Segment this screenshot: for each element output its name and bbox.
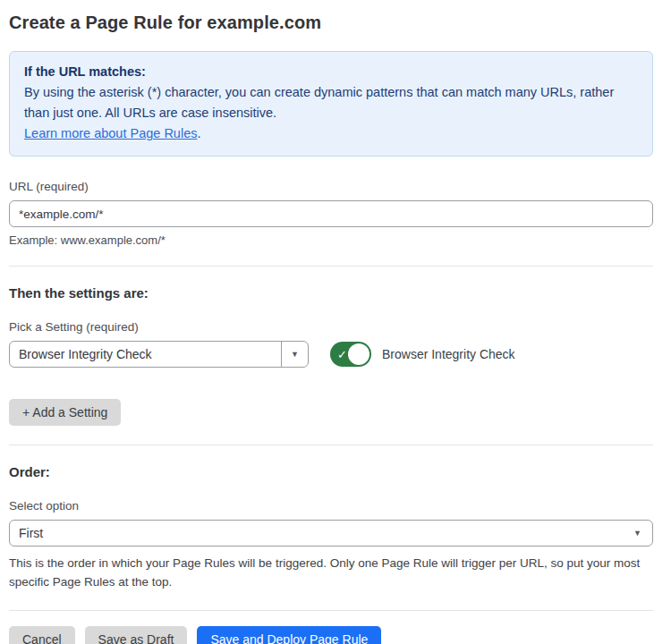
setting-picker-select[interactable]: Browser Integrity Check ▼	[9, 341, 309, 368]
toggle-knob	[348, 343, 369, 365]
info-callout-heading: If the URL matches:	[24, 62, 638, 82]
setting-picker-label: Pick a Setting (required)	[9, 320, 653, 334]
browser-integrity-toggle[interactable]: ✓	[330, 342, 371, 367]
footer-button-row: Cancel Save as Draft Save and Deploy Pag…	[9, 626, 653, 644]
chevron-down-icon: ▼	[633, 530, 641, 538]
setting-picker-caret-button[interactable]: ▼	[281, 342, 308, 367]
setting-picker-value: Browser Integrity Check	[10, 347, 281, 361]
url-field-label: URL (required)	[9, 180, 653, 193]
check-icon: ✓	[337, 349, 347, 360]
setting-toggle-group: ✓ Browser Integrity Check	[330, 342, 515, 367]
url-match-info-callout: If the URL matches: By using the asteris…	[9, 51, 653, 157]
learn-more-link[interactable]: Learn more about Page Rules	[24, 126, 197, 140]
order-select[interactable]: First ▼	[9, 520, 653, 547]
setting-row: Browser Integrity Check ▼ ✓ Browser Inte…	[9, 341, 653, 368]
info-callout-body: By using the asterisk (*) character, you…	[24, 82, 638, 123]
page-title: Create a Page Rule for example.com	[9, 13, 653, 33]
cancel-button[interactable]: Cancel	[9, 626, 75, 644]
page-rule-form: Create a Page Rule for example.com If th…	[0, 0, 671, 644]
url-field-helper: Example: www.example.com/*	[9, 233, 653, 247]
section-divider	[9, 266, 653, 267]
footer-divider	[9, 610, 653, 611]
toggle-setting-label: Browser Integrity Check	[382, 347, 515, 361]
save-and-deploy-button[interactable]: Save and Deploy Page Rule	[197, 626, 381, 644]
info-callout-link-row: Learn more about Page Rules.	[24, 123, 638, 144]
section-divider	[9, 445, 653, 445]
link-suffix: .	[197, 126, 200, 140]
add-setting-button[interactable]: + Add a Setting	[9, 399, 121, 426]
order-section-heading: Order:	[9, 464, 653, 479]
order-select-label: Select option	[9, 499, 653, 513]
order-helper-text: This is the order in which your Page Rul…	[9, 554, 653, 591]
order-select-value: First	[10, 526, 652, 540]
settings-section-heading: Then the settings are:	[9, 285, 653, 301]
url-input[interactable]	[9, 200, 653, 227]
save-as-draft-button[interactable]: Save as Draft	[85, 626, 188, 644]
chevron-down-icon: ▼	[291, 351, 299, 359]
